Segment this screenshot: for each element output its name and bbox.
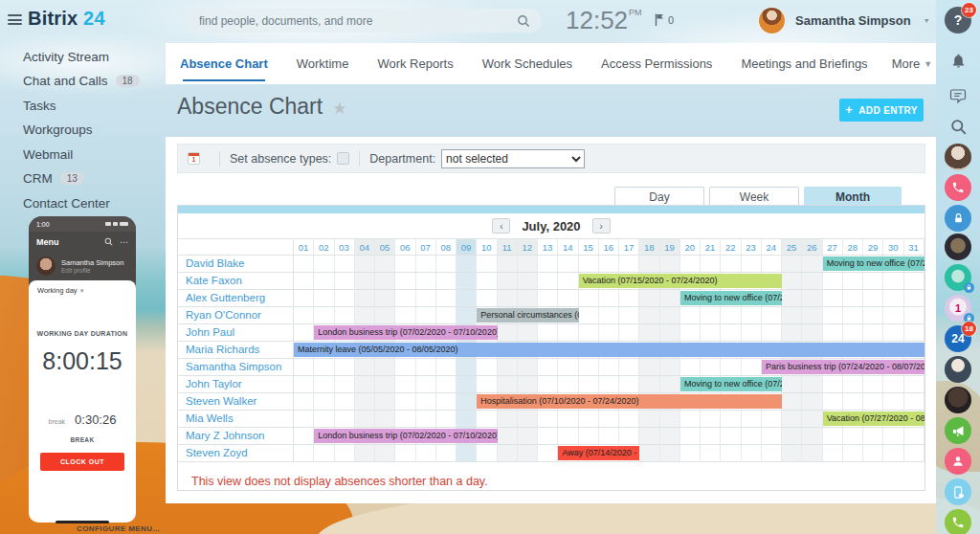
day-cell[interactable] bbox=[599, 324, 619, 342]
sidebar-item-activity-stream[interactable]: Activity Stream bbox=[23, 49, 140, 64]
day-cell[interactable] bbox=[579, 376, 599, 393]
day-cell[interactable] bbox=[579, 256, 599, 273]
phone-search-icon[interactable] bbox=[104, 237, 113, 246]
day-cell[interactable] bbox=[518, 273, 538, 290]
bitrix-logo[interactable]: Bitrix 24 bbox=[28, 8, 105, 30]
day-cell[interactable] bbox=[558, 256, 578, 273]
day-cell[interactable] bbox=[558, 376, 578, 393]
day-cell[interactable] bbox=[782, 324, 802, 342]
day-cell[interactable] bbox=[538, 376, 558, 393]
day-cell[interactable] bbox=[802, 307, 822, 324]
day-cell[interactable] bbox=[498, 273, 518, 290]
day-cell[interactable] bbox=[436, 290, 457, 307]
day-cell[interactable] bbox=[721, 411, 741, 428]
day-cell[interactable] bbox=[294, 445, 314, 462]
day-cell[interactable] bbox=[701, 256, 721, 273]
day-cell[interactable] bbox=[883, 428, 903, 445]
day-cell[interactable] bbox=[863, 445, 883, 462]
day-cell[interactable] bbox=[518, 428, 538, 445]
chat-icon[interactable] bbox=[945, 82, 971, 109]
day-cell[interactable] bbox=[843, 393, 863, 411]
day-cell[interactable] bbox=[660, 256, 680, 273]
day-cell[interactable] bbox=[375, 273, 395, 290]
day-cell[interactable] bbox=[416, 411, 436, 428]
day-cell[interactable] bbox=[762, 307, 782, 324]
employee-name[interactable]: Steven Walker bbox=[178, 393, 294, 411]
day-cell[interactable] bbox=[294, 411, 314, 428]
day-cell[interactable] bbox=[457, 307, 477, 324]
day-cell[interactable] bbox=[701, 428, 721, 445]
tab-access-permissions[interactable]: Access Permissions bbox=[587, 43, 726, 84]
day-cell[interactable] bbox=[294, 376, 314, 393]
day-cell[interactable] bbox=[335, 307, 355, 324]
day-cell[interactable] bbox=[314, 393, 334, 411]
day-cell[interactable] bbox=[538, 411, 558, 428]
day-cell[interactable] bbox=[355, 273, 375, 290]
day-cell[interactable] bbox=[904, 273, 924, 290]
day-cell[interactable] bbox=[721, 307, 741, 324]
day-cell[interactable] bbox=[416, 290, 436, 307]
day-cell[interactable] bbox=[599, 290, 619, 307]
day-cell[interactable] bbox=[538, 324, 558, 342]
day-cell[interactable] bbox=[538, 256, 558, 273]
day-cell[interactable] bbox=[680, 324, 701, 342]
day-cell[interactable] bbox=[395, 256, 415, 273]
day-cell[interactable] bbox=[355, 359, 375, 376]
view-tab-week[interactable]: Week bbox=[709, 187, 799, 206]
day-cell[interactable] bbox=[762, 428, 782, 445]
day-cell[interactable] bbox=[660, 445, 680, 462]
day-cell[interactable] bbox=[395, 273, 415, 290]
day-cell[interactable] bbox=[335, 376, 355, 393]
working-day-clock[interactable]: 12:52PM bbox=[566, 6, 642, 35]
day-cell[interactable] bbox=[639, 411, 659, 428]
day-cell[interactable] bbox=[294, 359, 314, 376]
day-cell[interactable] bbox=[639, 359, 659, 376]
day-cell[interactable] bbox=[742, 428, 762, 445]
employee-name[interactable]: Kate Faxon bbox=[178, 273, 294, 290]
day-cell[interactable] bbox=[375, 256, 395, 273]
calendar-icon[interactable] bbox=[188, 152, 200, 165]
day-cell[interactable] bbox=[416, 273, 436, 290]
day-cell[interactable] bbox=[863, 324, 883, 342]
day-cell[interactable] bbox=[802, 324, 822, 342]
day-cell[interactable] bbox=[721, 359, 741, 376]
day-cell[interactable] bbox=[802, 445, 822, 462]
day-cell[interactable] bbox=[823, 290, 843, 307]
day-cell[interactable] bbox=[660, 307, 680, 324]
day-cell[interactable] bbox=[823, 393, 843, 411]
day-cell[interactable] bbox=[619, 428, 639, 445]
day-cell[interactable] bbox=[498, 376, 518, 393]
day-cell[interactable] bbox=[314, 256, 334, 273]
absence-bar[interactable]: Vacation (07/27/2020 - 08/03/20 bbox=[823, 412, 924, 426]
day-cell[interactable] bbox=[599, 428, 619, 445]
day-cell[interactable] bbox=[802, 411, 822, 428]
day-cell[interactable] bbox=[599, 307, 619, 324]
day-cell[interactable] bbox=[579, 359, 599, 376]
absence-bar[interactable]: Maternity leave (05/05/2020 - 08/05/2020… bbox=[294, 343, 924, 357]
employee-name[interactable]: Maria Richards bbox=[178, 342, 294, 359]
day-cell[interactable] bbox=[395, 359, 415, 376]
bell-icon[interactable] bbox=[945, 47, 971, 74]
day-cell[interactable] bbox=[680, 411, 701, 428]
day-cell[interactable] bbox=[701, 359, 721, 376]
day-cell[interactable] bbox=[457, 393, 477, 411]
day-cell[interactable] bbox=[660, 290, 680, 307]
day-cell[interactable] bbox=[518, 376, 538, 393]
day-cell[interactable] bbox=[477, 273, 497, 290]
search-icon[interactable] bbox=[945, 113, 971, 140]
day-cell[interactable] bbox=[680, 445, 701, 462]
day-cell[interactable] bbox=[579, 307, 599, 324]
tab-more[interactable]: More▼ bbox=[882, 43, 943, 84]
day-cell[interactable] bbox=[639, 376, 659, 393]
day-cell[interactable] bbox=[639, 290, 659, 307]
flag-counter[interactable]: 0 bbox=[655, 13, 674, 26]
day-cell[interactable] bbox=[538, 445, 558, 462]
day-cell[interactable] bbox=[782, 273, 802, 290]
day-cell[interactable] bbox=[314, 307, 334, 324]
day-cell[interactable] bbox=[639, 256, 659, 273]
search-input[interactable]: find people, documents, and more bbox=[188, 9, 542, 33]
scroll-strip[interactable] bbox=[178, 206, 924, 213]
day-cell[interactable] bbox=[436, 307, 457, 324]
absence-bar[interactable]: London business trip (07/02/2020 - 07/10… bbox=[314, 325, 497, 340]
day-cell[interactable] bbox=[619, 307, 639, 324]
